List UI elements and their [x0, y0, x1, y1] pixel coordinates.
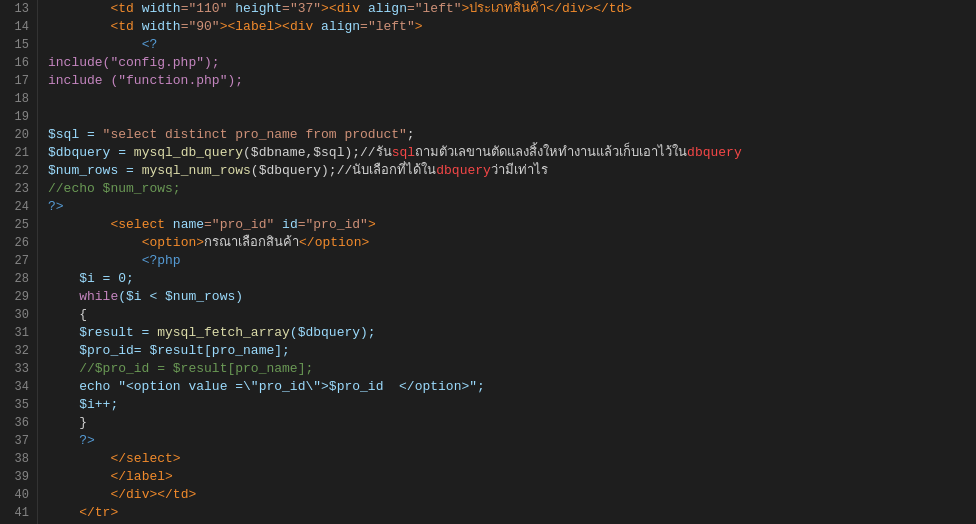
- code-segment: include("config.php");: [48, 55, 220, 70]
- line-number: 37: [8, 432, 29, 450]
- code-editor: 1314151617181920212223242526272829303132…: [0, 0, 976, 524]
- code-line: include ("function.php");: [48, 72, 976, 90]
- line-number: 24: [8, 198, 29, 216]
- code-segment: mysql_fetch_array: [157, 325, 290, 340]
- code-line: </label>: [48, 468, 976, 486]
- code-line: {: [48, 306, 976, 324]
- code-segment: [48, 37, 142, 52]
- code-segment: //$pro_id = $result[pro_name];: [48, 361, 313, 376]
- code-line: //echo $num_rows;: [48, 180, 976, 198]
- line-number: 18: [8, 90, 29, 108]
- code-segment: นับเลือกที่ได้ใน: [352, 163, 436, 178]
- code-segment: $dbquery =: [48, 145, 134, 160]
- code-segment: ($dbquery);: [290, 325, 376, 340]
- code-segment: sql: [392, 145, 415, 160]
- line-number: 40: [8, 486, 29, 504]
- code-segment: </label>: [110, 469, 172, 484]
- code-line: $i++;: [48, 396, 976, 414]
- code-line: $sql = "select distinct pro_name from pr…: [48, 126, 976, 144]
- code-segment: ถามตัวเลขานตัดแลงสิ้งใหทำงานแล้วเก็บเอาไ…: [415, 145, 687, 160]
- code-segment: ="left": [407, 1, 462, 16]
- code-segment: ?>: [48, 433, 95, 448]
- code-line: $pro_id= $result[pro_name];: [48, 342, 976, 360]
- line-number: 17: [8, 72, 29, 90]
- code-segment: </option>: [299, 235, 369, 250]
- line-number: 35: [8, 396, 29, 414]
- code-segment: ="left": [360, 19, 415, 34]
- line-numbers: 1314151617181920212223242526272829303132…: [0, 0, 38, 524]
- code-segment: ><div: [321, 1, 368, 16]
- code-segment: [48, 289, 79, 304]
- code-line: ?>: [48, 432, 976, 450]
- code-segment: height: [235, 1, 282, 16]
- line-number: 14: [8, 18, 29, 36]
- code-segment: ="90": [181, 19, 220, 34]
- code-line: $dbquery = mysql_db_query($dbname,$sql);…: [48, 144, 976, 162]
- code-segment: [165, 217, 173, 232]
- line-number: 32: [8, 342, 29, 360]
- line-number: 13: [8, 0, 29, 18]
- code-segment: <td: [110, 1, 133, 16]
- code-segment: ($dbname,$sql);//: [243, 145, 376, 160]
- code-segment: [48, 217, 110, 232]
- code-segment: [48, 253, 142, 268]
- code-segment: mysql_db_query: [134, 145, 243, 160]
- code-line: include("config.php");: [48, 54, 976, 72]
- code-line: <?: [48, 36, 976, 54]
- code-segment: ($dbquery);//: [251, 163, 352, 178]
- code-segment: >: [415, 19, 423, 34]
- code-line: <td width="110" height="37"><div align="…: [48, 0, 976, 18]
- code-segment: >ประเภทสินค้า</div></td>: [462, 1, 633, 16]
- code-line: </tr>: [48, 504, 976, 522]
- code-line: </div></td>: [48, 486, 976, 504]
- code-segment: </tr>: [79, 505, 118, 520]
- code-segment: [48, 235, 142, 250]
- code-segment: mysql_num_rows: [142, 163, 251, 178]
- code-segment: while: [79, 289, 118, 304]
- code-line: <option>กรณาเลือกสินค้า</option>: [48, 234, 976, 252]
- code-segment: ="pro_id": [204, 217, 274, 232]
- code-segment: align: [368, 1, 407, 16]
- code-segment: [48, 469, 110, 484]
- line-number: 29: [8, 288, 29, 306]
- code-segment: [48, 451, 110, 466]
- code-segment: dbquery: [687, 145, 742, 160]
- code-line: ?>: [48, 198, 976, 216]
- code-segment: }: [48, 415, 87, 430]
- code-line: [48, 90, 976, 108]
- code-segment: </select>: [110, 451, 180, 466]
- code-segment: dbquery: [436, 163, 491, 178]
- code-segment: </div></td>: [110, 487, 196, 502]
- code-segment: >: [368, 217, 376, 232]
- line-number: 26: [8, 234, 29, 252]
- line-number: 28: [8, 270, 29, 288]
- line-number: 39: [8, 468, 29, 486]
- code-segment: width: [142, 19, 181, 34]
- code-segment: ="pro_id": [298, 217, 368, 232]
- code-area[interactable]: <td width="110" height="37"><div align="…: [38, 0, 976, 524]
- line-number: 27: [8, 252, 29, 270]
- line-number: 25: [8, 216, 29, 234]
- line-number: 34: [8, 378, 29, 396]
- code-segment: $pro_id= $result[pro_name];: [48, 343, 290, 358]
- code-segment: <?: [142, 37, 158, 52]
- code-segment: <?php: [142, 253, 181, 268]
- line-number: 19: [8, 108, 29, 126]
- code-segment: $sql =: [48, 127, 103, 142]
- code-segment: {: [48, 307, 87, 322]
- line-number: 38: [8, 450, 29, 468]
- line-number: 30: [8, 306, 29, 324]
- code-segment: <select: [110, 217, 165, 232]
- code-segment: $i = 0;: [48, 271, 134, 286]
- code-segment: [134, 1, 142, 16]
- code-segment: ><label><div: [220, 19, 321, 34]
- code-segment: align: [321, 19, 360, 34]
- line-number: 22: [8, 162, 29, 180]
- code-segment: $result =: [48, 325, 157, 340]
- code-segment: ="37": [282, 1, 321, 16]
- code-segment: ;: [407, 127, 415, 142]
- code-line: <td width="90"><label><div align="left">: [48, 18, 976, 36]
- code-line: <select name="pro_id" id="pro_id">: [48, 216, 976, 234]
- code-segment: ($i < $num_rows): [118, 289, 243, 304]
- code-segment: width: [142, 1, 181, 16]
